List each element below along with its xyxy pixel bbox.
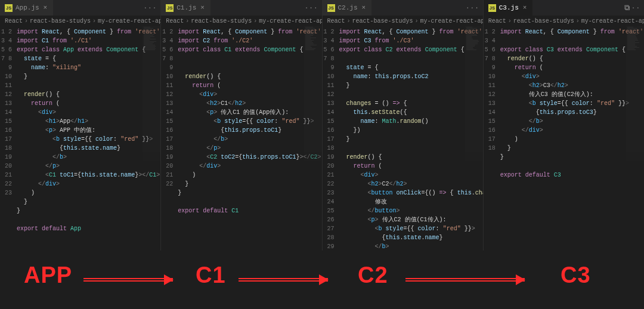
breadcrumb[interactable]: React›react-base-studys›my-create-react-… bbox=[161, 16, 321, 26]
label-c3: C3 bbox=[561, 262, 591, 288]
file-tab[interactable]: JSApp.js× bbox=[0, 0, 53, 16]
breadcrumb-segment[interactable]: my-create-react-app bbox=[420, 18, 483, 24]
code-content[interactable]: import React, { Component } from 'react'… bbox=[500, 26, 644, 251]
js-file-icon: JS bbox=[327, 4, 335, 12]
tab-filename: App.js bbox=[16, 4, 39, 11]
close-icon[interactable]: × bbox=[522, 4, 528, 11]
label-app: APP bbox=[24, 262, 72, 288]
breadcrumb-segment[interactable]: react-base-studys bbox=[513, 18, 574, 24]
breadcrumb-segment[interactable]: React bbox=[488, 18, 506, 24]
tab-bar: JSC2.js×··· bbox=[323, 0, 483, 16]
breadcrumb-segment[interactable]: React bbox=[166, 18, 184, 24]
close-icon[interactable]: × bbox=[42, 4, 49, 11]
line-gutter: 1 2 3 4 5 6 7 8 9 10 11 12 13 14 15 16 1… bbox=[323, 26, 339, 251]
code-content[interactable]: import React, { Component } from 'react'… bbox=[178, 26, 321, 251]
code-editor[interactable]: 1 2 3 4 5 6 7 8 9 10 11 12 13 14 15 16 1… bbox=[484, 26, 644, 251]
js-file-icon: JS bbox=[488, 4, 496, 12]
minimap[interactable] bbox=[465, 26, 483, 161]
code-content[interactable]: import React, { Component } from 'react'… bbox=[339, 26, 483, 251]
close-icon[interactable]: × bbox=[199, 4, 206, 11]
breadcrumb-segment[interactable]: React bbox=[5, 18, 23, 24]
line-gutter: 1 2 3 4 5 6 7 8 9 10 11 12 13 14 15 16 1… bbox=[484, 26, 500, 251]
close-icon[interactable]: × bbox=[361, 4, 367, 11]
code-editor[interactable]: 1 2 3 4 5 6 7 8 9 10 11 12 13 14 15 16 1… bbox=[323, 26, 483, 251]
tab-filename: C3.js bbox=[499, 4, 519, 11]
minimap[interactable] bbox=[143, 26, 160, 161]
minimap[interactable] bbox=[626, 26, 644, 161]
breadcrumb-segment[interactable]: React bbox=[327, 18, 345, 24]
tab-bar: JSC1.js×··· bbox=[161, 0, 321, 16]
file-tab[interactable]: JSC1.js× bbox=[161, 0, 210, 16]
line-gutter: 1 2 3 4 5 6 7 8 9 10 11 12 13 14 15 16 1… bbox=[0, 26, 17, 251]
breadcrumb-segment[interactable]: my-create-react-app bbox=[259, 18, 321, 24]
minimap[interactable] bbox=[304, 26, 322, 161]
tab-bar: JSApp.js×··· bbox=[0, 0, 160, 16]
arrow-icon bbox=[83, 280, 173, 282]
label-c1: C1 bbox=[196, 262, 226, 288]
line-gutter: 1 2 3 4 5 6 7 8 9 10 11 12 13 14 15 16 1… bbox=[161, 26, 178, 251]
breadcrumb-segment[interactable]: react-base-studys bbox=[191, 18, 252, 24]
breadcrumb-segment[interactable]: my-create-react-app bbox=[98, 18, 160, 24]
editor-workspace: JSApp.js×···React›react-base-studys›my-c… bbox=[0, 0, 644, 251]
flow-labels: APP C1 C2 C3 bbox=[0, 262, 644, 298]
more-actions-icon[interactable]: ··· bbox=[627, 4, 640, 11]
arrow-icon bbox=[239, 280, 328, 282]
tab-bar: JSC3.js×⧉··· bbox=[484, 0, 644, 16]
tab-filename: C2.js bbox=[338, 4, 358, 11]
breadcrumb-segment[interactable]: my-create-react-app bbox=[581, 18, 644, 24]
editor-pane: JSC3.js×⧉···React›react-base-studys›my-c… bbox=[484, 0, 644, 251]
breadcrumb[interactable]: React›react-base-studys›my-create-react-… bbox=[0, 16, 160, 26]
code-content[interactable]: import React, { Component } from 'react'… bbox=[17, 26, 160, 251]
breadcrumb-segment[interactable]: react-base-studys bbox=[352, 18, 413, 24]
file-tab[interactable]: JSC3.js× bbox=[484, 0, 533, 16]
more-actions-icon[interactable]: ··· bbox=[466, 4, 479, 11]
code-editor[interactable]: 1 2 3 4 5 6 7 8 9 10 11 12 13 14 15 16 1… bbox=[0, 26, 160, 251]
code-editor[interactable]: 1 2 3 4 5 6 7 8 9 10 11 12 13 14 15 16 1… bbox=[161, 26, 321, 251]
tab-filename: C1.js bbox=[177, 4, 196, 11]
breadcrumb[interactable]: React›react-base-studys›my-create-react-… bbox=[323, 16, 483, 26]
arrow-icon bbox=[405, 280, 525, 282]
breadcrumb[interactable]: React›react-base-studys›my-create-react-… bbox=[484, 16, 644, 26]
editor-pane: JSApp.js×···React›react-base-studys›my-c… bbox=[0, 0, 161, 251]
more-actions-icon[interactable]: ··· bbox=[305, 4, 318, 11]
editor-pane: JSC2.js×···React›react-base-studys›my-cr… bbox=[323, 0, 484, 251]
js-file-icon: JS bbox=[166, 4, 174, 12]
more-actions-icon[interactable]: ··· bbox=[143, 4, 157, 11]
js-file-icon: JS bbox=[5, 4, 13, 12]
editor-pane: JSC1.js×···React›react-base-studys›my-cr… bbox=[161, 0, 322, 251]
label-c2: C2 bbox=[358, 262, 388, 288]
file-tab[interactable]: JSC2.js× bbox=[323, 0, 372, 16]
breadcrumb-segment[interactable]: react-base-studys bbox=[30, 18, 91, 24]
